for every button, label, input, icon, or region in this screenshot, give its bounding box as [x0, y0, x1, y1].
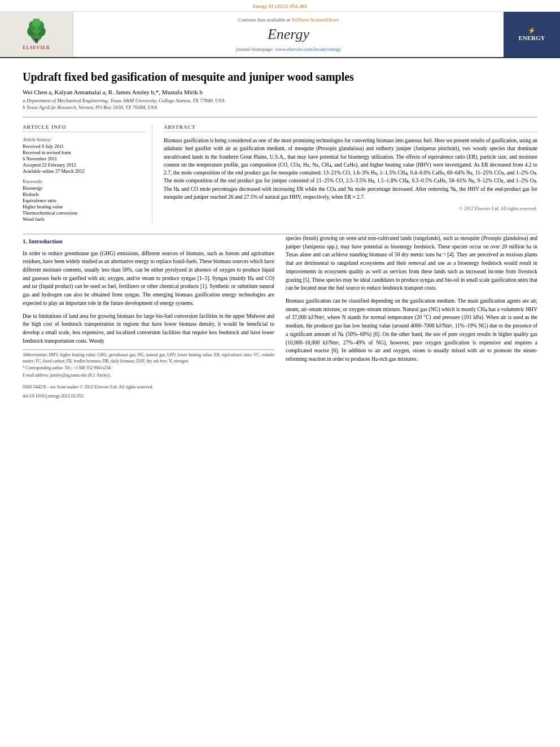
body-right-para-2: Biomass gasification can be classified d… [286, 297, 537, 364]
authors-text: Wei Chen a, Kalyan Annamalai a, R. James… [23, 89, 203, 95]
journal-homepage: journal homepage: www.elsevier.com/locat… [236, 46, 342, 52]
received-revised-date: 6 November 2011 [23, 156, 145, 161]
section1-heading: 1. Introduction [23, 237, 274, 246]
body-para-1: In order to reduce greenhouse gas (GHG) … [23, 250, 274, 308]
keyword-5: Thermochemical conversion [23, 210, 145, 216]
keyword-4: Higher heating value [23, 204, 145, 209]
page: Energy 41 (2012) 454–461 [0, 0, 560, 747]
history-label: Article history: [23, 137, 145, 142]
journal-name: Energy [268, 26, 309, 43]
doi-line: doi:10.1016/j.energy.2012.02.052 [23, 393, 274, 400]
body-left-col: 1. Introduction In order to reduce green… [23, 234, 274, 400]
authors-line: Wei Chen a, Kalyan Annamalai a, R. James… [23, 89, 537, 95]
sciverse-line: Contents lists available at SciVerse Sci… [238, 17, 339, 23]
section1-heading-text: Introduction [29, 238, 63, 244]
homepage-url[interactable]: www.elsevier.com/locate/energy [275, 46, 341, 52]
copyright-line: © 2012 Elsevier Ltd. All rights reserved… [164, 206, 537, 211]
elsevier-logo-area: ELSEVIER [0, 12, 73, 57]
energy-badge-area: ⚡ ENERGY [504, 12, 560, 57]
abstract-column: ABSTRACT Biomass gasification is being c… [164, 124, 537, 222]
abstract-label: ABSTRACT [164, 124, 537, 132]
article-info-label: ARTICLE INFO [23, 124, 145, 132]
svg-point-8 [35, 36, 38, 38]
article-info-column: ARTICLE INFO Article history: Received 9… [23, 124, 152, 222]
elsevier-logo: ELSEVIER [21, 19, 52, 50]
article-header-section: Updraft fixed bed gasification of mesqui… [0, 58, 560, 234]
journal-header: ELSEVIER Contents lists available at Sci… [0, 12, 560, 58]
email-footnote: E-mail address: jansley@ag.tamu.edu (R.J… [23, 373, 274, 379]
body-two-col: 1. Introduction In order to reduce green… [23, 234, 537, 400]
received-date: Received 9 July 2011 [23, 143, 145, 149]
energy-badge-label: ENERGY [518, 34, 545, 42]
svg-rect-10 [33, 40, 36, 41]
energy-badge: ⚡ ENERGY [518, 27, 545, 42]
keywords-label: Keywords: [23, 178, 145, 184]
corresponding-footnote: * Corresponding author. Tel.: +1 940 552… [23, 365, 274, 372]
journal-ref-text: Energy 41 (2012) 454–461 [252, 3, 307, 9]
abstract-text: Biomass gasification is being considered… [164, 137, 537, 201]
body-right-para-1: species (brush) growing on semi-arid non… [286, 234, 537, 292]
abbreviations-footnote: Abbreviations: HHV, higher heating value… [23, 352, 274, 364]
divider-1 [23, 117, 537, 117]
sciverse-link[interactable]: SciVerse ScienceDirect [291, 17, 339, 23]
elsevier-brand-text: ELSEVIER [23, 45, 50, 50]
footnote-divider [23, 350, 274, 350]
energy-badge-text: ⚡ [518, 27, 545, 34]
affiliation-b: b Texas AgriLife Research, Vernon, PO Bo… [23, 104, 537, 110]
keyword-1: Bioenergy [23, 185, 145, 191]
article-title: Updraft fixed bed gasification of mesqui… [23, 69, 537, 84]
keyword-3: Equivalence ratio [23, 198, 145, 203]
affiliation-a: a Department of Mechanical Engineering, … [23, 98, 537, 103]
body-para-2: Due to limitations of land area for grow… [23, 312, 274, 346]
body-content: 1. Introduction In order to reduce green… [0, 234, 560, 411]
article-info-abstract-section: ARTICLE INFO Article history: Received 9… [23, 124, 537, 222]
elsevier-tree-icon [21, 19, 52, 44]
body-right-col: species (brush) growing on semi-arid non… [286, 234, 537, 400]
journal-center-header: Contents lists available at SciVerse Sci… [73, 12, 504, 57]
issn-line: 0360-5442/$ – see front matter © 2012 El… [23, 384, 274, 391]
keyword-2: Biofuels [23, 191, 145, 197]
journal-reference-bar: Energy 41 (2012) 454–461 [0, 0, 560, 12]
section1-number: 1. [23, 238, 27, 244]
received-revised-label: Received in revised form [23, 150, 145, 155]
available-date: Available online 27 March 2012 [23, 168, 145, 174]
accepted-date: Accepted 22 February 2012 [23, 162, 145, 168]
keyword-6: Wood fuels [23, 216, 145, 222]
doi-text: doi:10.1016/j.energy.2012.02.052 [23, 394, 84, 399]
